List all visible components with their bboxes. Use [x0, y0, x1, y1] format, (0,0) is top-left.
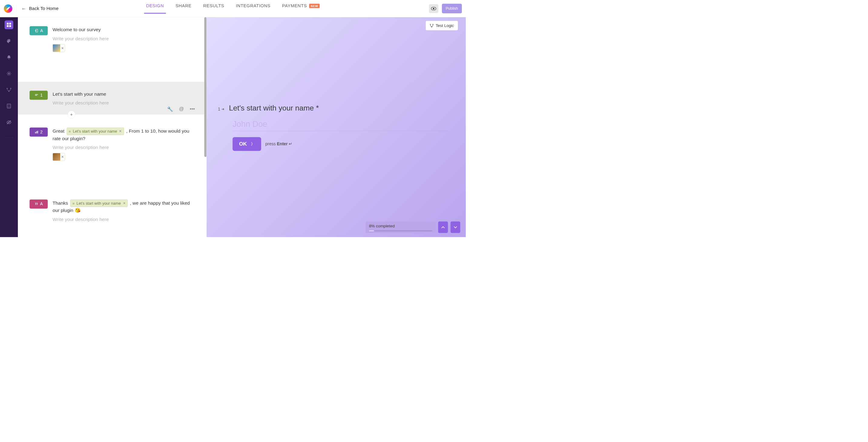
arrow-left-icon: ←: [21, 6, 26, 11]
nav-up-button[interactable]: [438, 221, 448, 233]
svg-rect-2: [7, 23, 9, 25]
preview-title: Let's start with your name *: [229, 104, 319, 112]
wrench-icon[interactable]: 🔧: [167, 106, 173, 112]
back-label: Back To Home: [29, 6, 58, 11]
sidebar-calculator[interactable]: [4, 102, 13, 111]
progress-fill: [369, 230, 374, 231]
sidebar-blocks[interactable]: [4, 21, 13, 29]
svg-rect-4: [7, 25, 9, 27]
remove-reference[interactable]: ✕: [123, 201, 126, 206]
scrollbar[interactable]: [204, 17, 207, 237]
question-title[interactable]: Welcome to our survey: [53, 26, 195, 33]
svg-point-10: [7, 88, 7, 89]
nav-tabs: DESIGN SHARE RESULTS INTEGRATIONS PAYMEN…: [146, 3, 320, 13]
bell-icon: [7, 55, 11, 60]
remove-reference[interactable]: ✕: [119, 129, 122, 134]
tab-share[interactable]: SHARE: [176, 3, 192, 13]
scrollbar-thumb[interactable]: [204, 17, 207, 157]
svg-point-8: [10, 40, 10, 41]
mention-icon[interactable]: @: [179, 106, 184, 112]
field-reference[interactable]: ≡ Let's start with your name ✕: [70, 200, 127, 207]
question-description[interactable]: Write your description here: [53, 145, 195, 150]
remove-thumbnail[interactable]: ✕: [60, 44, 65, 52]
text-icon: ≡: [72, 201, 74, 206]
svg-point-12: [8, 91, 9, 92]
sidebar-logic[interactable]: [4, 85, 13, 94]
add-block-button[interactable]: +: [67, 111, 75, 118]
more-icon[interactable]: •••: [190, 106, 195, 112]
preview-input[interactable]: John Doe: [232, 119, 448, 131]
svg-rect-27: [36, 131, 37, 134]
field-reference[interactable]: ≡ Let's start with your name ✕: [67, 127, 124, 135]
back-to-home[interactable]: ← Back To Home: [21, 6, 58, 11]
chevron-down-icon: [454, 226, 457, 229]
svg-rect-26: [35, 132, 36, 133]
question-1[interactable]: 1 Let's start with your name Write your …: [18, 82, 207, 115]
progress-bar: [369, 230, 432, 231]
question-description[interactable]: Write your description here: [53, 217, 195, 222]
test-logic-button[interactable]: Test Logic: [426, 21, 458, 31]
tab-integrations[interactable]: INTEGRATIONS: [236, 3, 270, 13]
svg-line-22: [7, 120, 11, 124]
text-icon: ≡: [69, 129, 71, 134]
thumbnail-image: [53, 44, 60, 52]
sidebar-hidden[interactable]: [4, 118, 13, 127]
eye-icon: [431, 7, 436, 10]
app-logo[interactable]: [4, 4, 12, 13]
svg-rect-5: [9, 25, 11, 27]
welcome-badge: A: [30, 26, 48, 35]
sidebar: [0, 17, 18, 237]
arrow-right-icon: ➔: [221, 107, 224, 111]
statement-badge: A: [30, 200, 48, 209]
question-welcome[interactable]: A Welcome to our survey Write your descr…: [18, 17, 207, 82]
rating-badge: 2: [30, 127, 48, 137]
preview-button[interactable]: [429, 4, 438, 13]
branch-icon: [6, 88, 11, 92]
sidebar-settings[interactable]: [4, 69, 13, 78]
sidebar-divider: [5, 138, 13, 138]
svg-rect-14: [8, 105, 10, 106]
question-number: 1 ➔: [218, 107, 224, 112]
publish-button[interactable]: Publish: [442, 4, 462, 13]
nav-down-button[interactable]: [451, 221, 460, 233]
question-description[interactable]: Write your description here: [53, 100, 195, 106]
feather-icon: [5, 5, 11, 11]
svg-point-18: [8, 107, 8, 108]
sidebar-notifications[interactable]: [4, 53, 13, 62]
press-enter-hint: press Enter ↵: [266, 141, 292, 147]
question-description[interactable]: Write your description here: [53, 36, 195, 41]
new-badge: NEW: [309, 4, 319, 8]
chevron-up-icon: [441, 226, 445, 229]
preview-panel: Test Logic 1 ➔ Let's start with your nam…: [207, 17, 466, 237]
sidebar-theme[interactable]: [4, 37, 13, 46]
svg-point-9: [8, 73, 9, 74]
svg-point-30: [433, 24, 433, 25]
chevron-right-icon: 〉: [251, 141, 255, 147]
svg-point-6: [7, 40, 8, 41]
tab-payments[interactable]: PAYMENTS NEW: [282, 3, 319, 13]
preview-footer: 8% completed: [366, 221, 460, 233]
svg-point-19: [9, 107, 9, 108]
thumbnail-image: [53, 153, 60, 161]
question-title[interactable]: Great ≡ Let's start with your name ✕ , F…: [53, 127, 195, 142]
eye-off-icon: [6, 120, 11, 124]
tab-design[interactable]: DESIGN: [146, 3, 164, 13]
calculator-icon: [7, 104, 11, 108]
question-title[interactable]: Thanks ≡ Let's start with your name ✕ , …: [53, 200, 195, 214]
svg-point-16: [9, 106, 9, 107]
svg-rect-28: [37, 131, 38, 134]
ok-button[interactable]: OK 〉: [232, 137, 261, 151]
topbar: ← Back To Home DESIGN SHARE RESULTS INTE…: [0, 0, 466, 17]
question-2[interactable]: 2 Great ≡ Let's start with your name ✕ ,…: [18, 114, 207, 190]
tab-results[interactable]: RESULTS: [203, 3, 224, 13]
attachment-thumbnail: ✕: [53, 44, 65, 52]
svg-point-7: [8, 39, 9, 40]
preview-content: 1 ➔ Let's start with your name * John Do…: [207, 104, 466, 151]
svg-point-17: [9, 106, 10, 107]
grid-icon: [6, 22, 11, 27]
question-title[interactable]: Let's start with your name: [53, 90, 195, 97]
editor-panel: A Welcome to our survey Write your descr…: [18, 17, 207, 237]
question-thanks[interactable]: A Thanks ≡ Let's start with your name ✕ …: [18, 190, 207, 231]
gear-icon: [6, 71, 11, 76]
remove-thumbnail[interactable]: ✕: [60, 153, 65, 161]
